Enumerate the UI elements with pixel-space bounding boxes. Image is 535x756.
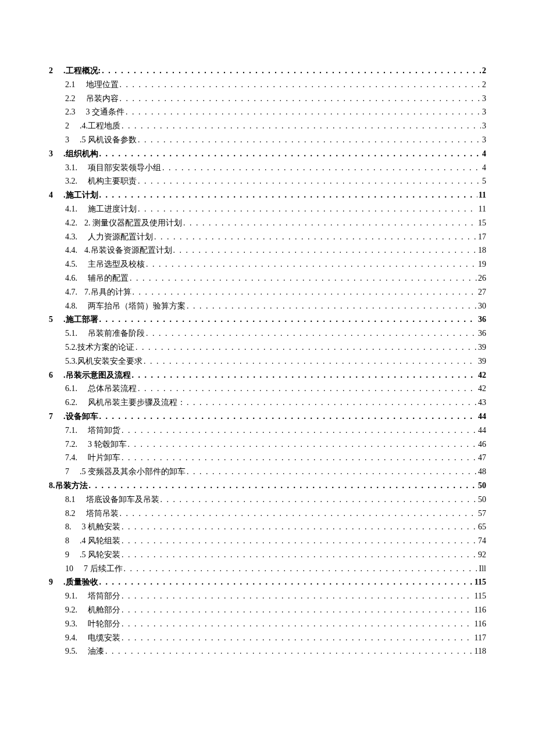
- toc-label: 7.4.叶片卸车: [65, 451, 120, 465]
- toc-number: 9.2.: [65, 603, 77, 617]
- toc-entry: 7.4.叶片卸车47: [49, 451, 486, 465]
- toc-page-number: 65: [477, 520, 486, 534]
- toc-label: 9.1.塔筒部分: [65, 589, 120, 603]
- toc-entry: 5.1.吊装前准备阶段36: [49, 327, 486, 341]
- toc-leader-dots: [145, 257, 477, 271]
- toc-title: .5 变频器及其余小部件的卸车: [80, 465, 186, 479]
- toc-title: 吊装内容: [86, 92, 119, 106]
- toc-title: 塔筒卸货: [88, 424, 120, 438]
- toc-leader-dots: [120, 631, 473, 645]
- toc-entry: 6.1.总体吊装流程42: [49, 382, 486, 396]
- toc-label: 107 后续工作: [65, 562, 123, 576]
- toc-entry: 9.5 风轮安装92: [49, 548, 486, 562]
- toc-entry: 9.1.塔筒部分115: [49, 589, 486, 603]
- toc-entry: 2.1地理位置2: [49, 78, 486, 92]
- toc-title: 塔底设备卸车及吊装: [86, 493, 159, 507]
- toc-page-number: 30: [477, 299, 486, 313]
- toc-number: 2.2: [65, 92, 76, 106]
- toc-page-number: 39: [477, 341, 486, 354]
- toc-page-number: 3: [481, 105, 486, 119]
- toc-page-number: 2: [481, 64, 486, 78]
- toc-label: 9.2.机舱部分: [65, 603, 120, 617]
- toc-entry: 4.3.人力资源配置计划17: [49, 230, 486, 244]
- toc-number: 4.2.: [65, 216, 77, 230]
- toc-entry: 4.6.辅吊的配置26: [49, 271, 486, 285]
- toc-title: 风机安装安全要求: [77, 354, 142, 368]
- toc-leader-dots: [131, 285, 477, 299]
- toc-leader-dots: [119, 92, 482, 106]
- toc-page-number: 17: [477, 230, 486, 244]
- toc-page-number: 117: [473, 631, 486, 645]
- toc-title: 油漆: [88, 644, 104, 658]
- toc-label: 5.1.吊装前准备阶段: [65, 327, 145, 341]
- toc-entry: 7.设备卸车44: [49, 410, 486, 424]
- toc-number: 2: [49, 64, 53, 78]
- toc-number: 6.1.: [65, 382, 77, 396]
- toc-title: .施工部署: [63, 313, 98, 327]
- toc-label: 9.质量验收: [49, 575, 98, 589]
- toc-leader-dots: [172, 243, 477, 257]
- toc-label: 4.施工计划: [49, 188, 98, 202]
- toc-number: 4.6.: [65, 271, 77, 285]
- toc-entry: 3.1.项目部安装领导小组4: [49, 161, 486, 175]
- toc-leader-dots: [134, 341, 477, 354]
- toc-title: 机构主要职责: [88, 174, 137, 188]
- toc-title: 吊装前准备阶段: [88, 327, 145, 341]
- toc-leader-dots: [186, 396, 477, 410]
- toc-number: 9: [49, 575, 53, 589]
- toc-label: 4.1.施工进度计划: [65, 202, 137, 216]
- toc-entry: 5.3.风机安装安全要求39: [49, 354, 486, 368]
- toc-label: 2.工程概况:: [49, 64, 101, 78]
- toc-leader-dots: [120, 603, 473, 617]
- toc-page-number: 4: [481, 147, 486, 161]
- toc-number: 6.2.: [65, 396, 77, 410]
- toc-label: 5.施工部署: [49, 313, 98, 327]
- toc-leader-dots: [137, 133, 481, 147]
- toc-page-number: 18: [477, 243, 486, 257]
- toc-page-number: 26: [477, 271, 486, 285]
- toc-page-number: 46: [477, 438, 486, 452]
- toc-leader-dots: [123, 562, 478, 576]
- toc-leader-dots: [120, 424, 477, 438]
- toc-label: 8.吊装方法: [49, 479, 88, 493]
- toc-leader-dots: [137, 202, 477, 216]
- toc-entry: 2.2吊装内容3: [49, 92, 486, 106]
- toc-number: 4.3.: [65, 230, 77, 244]
- toc-leader-dots: [161, 161, 481, 175]
- toc-entry: 5.2.技术方案的论证39: [49, 341, 486, 354]
- toc-entry: 4.5.主吊选型及校核19: [49, 257, 486, 271]
- toc-entry: 7.1.塔筒卸货44: [49, 424, 486, 438]
- toc-leader-dots: [129, 271, 477, 285]
- toc-title: .质量验收: [63, 575, 98, 589]
- toc-title: 风机吊装主要步骤及流程：: [88, 396, 186, 410]
- toc-page-number: 11: [477, 188, 486, 202]
- toc-entry: 2.33 交通条件3: [49, 105, 486, 119]
- toc-page-number: 19: [477, 257, 486, 271]
- toc-label: 3.5 风机设备参数: [65, 133, 137, 147]
- toc-leader-dots: [120, 451, 477, 465]
- toc-leader-dots: [127, 438, 477, 452]
- toc-leader-dots: [98, 313, 477, 327]
- toc-title: .4.工程地质: [80, 119, 120, 133]
- toc-entry: 4.施工计划11: [49, 188, 486, 202]
- toc-page-number: 43: [477, 396, 486, 410]
- toc-leader-dots: [124, 105, 481, 119]
- toc-number: 4.5.: [65, 257, 77, 271]
- toc-page-number: 3: [481, 92, 486, 106]
- toc-label: 3.组织机构: [49, 147, 98, 161]
- toc-title: 塔筒部分: [88, 589, 120, 603]
- toc-leader-dots: [119, 78, 482, 92]
- table-of-contents: 2.工程概况:22.1地理位置22.2吊装内容32.33 交通条件32.4.工程…: [49, 64, 486, 658]
- toc-page-number: 115: [473, 575, 486, 589]
- toc-label: 6.吊装示意图及流程: [49, 368, 131, 382]
- toc-label: 8.4 风轮组装: [65, 534, 120, 548]
- toc-page-number: 15: [477, 216, 486, 230]
- toc-title: 人力资源配置计划: [88, 230, 153, 244]
- toc-leader-dots: [186, 465, 477, 479]
- toc-leader-dots: [98, 575, 473, 589]
- toc-number: 8.: [49, 479, 55, 493]
- toc-number: 5.1.: [65, 327, 77, 341]
- toc-page-number: 44: [477, 410, 486, 424]
- toc-number: 9.4.: [65, 631, 77, 645]
- toc-number: 6: [49, 368, 53, 382]
